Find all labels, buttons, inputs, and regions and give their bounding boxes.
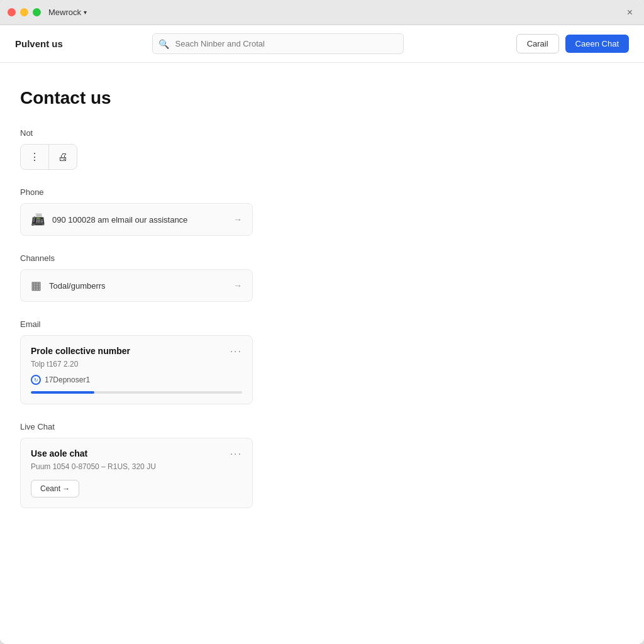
ceant-button[interactable]: Ceant → bbox=[31, 480, 79, 497]
page-title: Contact us bbox=[20, 88, 624, 108]
header-actions: Carail Caeen Chat bbox=[516, 34, 629, 53]
window-controls bbox=[8, 8, 41, 16]
livechat-card-menu-button[interactable]: ··· bbox=[230, 448, 242, 460]
not-buttons-group: ⋮ 🖨 bbox=[20, 144, 77, 170]
channels-card-arrow: → bbox=[233, 280, 242, 291]
not-printer-button[interactable]: 🖨 bbox=[49, 145, 77, 169]
channels-card-text: Todal/gumberrs bbox=[49, 281, 226, 291]
phone-card-arrow: → bbox=[233, 214, 242, 225]
phone-card-icon: 📠 bbox=[31, 213, 45, 226]
livechat-card-title: Use aole chat bbox=[31, 448, 87, 458]
livechat-card-header: Use aole chat ··· bbox=[31, 448, 242, 460]
search-container: 🔍 bbox=[152, 33, 404, 54]
search-icon: 🔍 bbox=[158, 39, 169, 49]
not-dots-button[interactable]: ⋮ bbox=[21, 145, 49, 169]
email-card-menu-button[interactable]: ··· bbox=[230, 346, 242, 357]
livechat-card: Use aole chat ··· Puum 1054 0-87050 – R1… bbox=[20, 438, 253, 508]
email-card: Prole collective number ··· Tolp t167 2.… bbox=[20, 335, 253, 404]
caeen-chat-button[interactable]: Caeen Chat bbox=[565, 35, 629, 53]
email-card-user: ↻ 17Depnoser1 bbox=[31, 375, 242, 385]
not-section: Not ⋮ 🖨 bbox=[20, 128, 624, 170]
phone-label: Phone bbox=[20, 187, 624, 197]
phone-section: Phone 📠 090 100028 am elmail our assista… bbox=[20, 187, 624, 236]
live-chat-section: Live Chat Use aole chat ··· Puum 1054 0-… bbox=[20, 422, 624, 508]
email-card-header: Prole collective number ··· bbox=[31, 346, 242, 357]
phone-card[interactable]: 📠 090 100028 am elmail our assistance → bbox=[20, 203, 253, 236]
app-window: Mewrock ▾ × Pulvent us 🔍 Carail Caeen Ch… bbox=[0, 0, 644, 644]
not-label: Not bbox=[20, 128, 624, 138]
maximize-button[interactable] bbox=[33, 8, 41, 16]
search-input[interactable] bbox=[152, 33, 404, 54]
channels-card[interactable]: ▦ Todal/gumberrs → bbox=[20, 269, 253, 302]
title-bar-close-icon[interactable]: × bbox=[623, 6, 636, 19]
close-button[interactable] bbox=[8, 8, 16, 16]
email-card-sub: Tolp t167 2.20 bbox=[31, 360, 242, 369]
app-header: Pulvent us 🔍 Carail Caeen Chat bbox=[0, 25, 644, 63]
minimize-button[interactable] bbox=[20, 8, 28, 16]
livechat-card-sub: Puum 1054 0-87050 – R1US, 320 JU bbox=[31, 462, 242, 471]
live-chat-label: Live Chat bbox=[20, 422, 624, 431]
phone-card-text: 090 100028 am elmail our assistance bbox=[52, 215, 226, 225]
channels-label: Channels bbox=[20, 253, 624, 263]
email-card-username: 17Depnoser1 bbox=[45, 375, 90, 384]
user-avatar: ↻ bbox=[31, 375, 41, 385]
email-progress-bar bbox=[31, 391, 242, 394]
email-progress-fill bbox=[31, 391, 94, 394]
email-label: Email bbox=[20, 319, 624, 329]
header-title: Pulvent us bbox=[15, 38, 91, 49]
channels-section: Channels ▦ Todal/gumberrs → bbox=[20, 253, 624, 302]
email-card-title: Prole collective number bbox=[31, 346, 130, 356]
window-title: Mewrock ▾ bbox=[48, 8, 87, 17]
channels-card-icon: ▦ bbox=[31, 279, 42, 292]
title-bar: Mewrock ▾ × bbox=[0, 0, 644, 25]
carail-button[interactable]: Carail bbox=[516, 34, 559, 53]
main-content: Contact us Not ⋮ 🖨 Phone 📠 090 100028 am… bbox=[0, 63, 644, 644]
chevron-down-icon: ▾ bbox=[84, 9, 87, 16]
email-section: Email Prole collective number ··· Tolp t… bbox=[20, 319, 624, 404]
